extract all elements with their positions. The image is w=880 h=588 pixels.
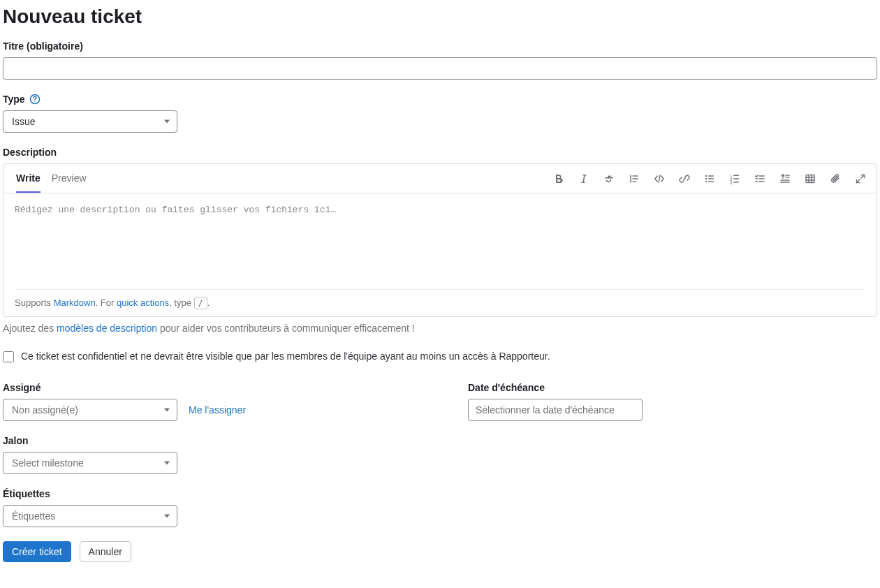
milestone-label: Jalon — [3, 435, 877, 446]
markdown-link[interactable]: Markdown — [54, 297, 96, 308]
quote-icon[interactable] — [624, 168, 645, 189]
title-input[interactable] — [3, 57, 877, 80]
bold-icon[interactable] — [548, 168, 569, 189]
due-date-label: Date d'échéance — [468, 382, 880, 393]
confidential-row: Ce ticket est confidentiel et ne devrait… — [3, 351, 877, 362]
title-group: Titre (obligatoire) — [3, 41, 877, 80]
confidential-checkbox[interactable] — [3, 351, 14, 362]
editor: Write Preview — [3, 163, 877, 317]
due-date-input[interactable] — [468, 399, 643, 421]
submit-button[interactable]: Créer ticket — [3, 541, 71, 562]
labels-select[interactable]: Étiquettes — [3, 505, 177, 527]
italic-icon[interactable] — [573, 168, 594, 189]
link-icon[interactable] — [674, 168, 695, 189]
svg-point-9 — [705, 180, 707, 182]
help-text: Ajoutez des — [3, 323, 57, 334]
svg-rect-29 — [806, 175, 814, 182]
svg-rect-11 — [708, 178, 714, 179]
editor-footer: Supports Markdown. For quick actions, ty… — [15, 289, 865, 316]
strikethrough-icon[interactable] — [599, 168, 619, 189]
editor-toolbar: Write Preview — [3, 164, 877, 193]
collapse-icon[interactable] — [775, 168, 795, 189]
milestone-select[interactable]: Select milestone — [3, 452, 177, 474]
type-label: Type — [3, 94, 25, 105]
description-label: Description — [3, 147, 877, 158]
assignee-select[interactable]: Non assigné(e) — [3, 399, 177, 421]
labels-label: Étiquettes — [3, 488, 877, 499]
svg-point-8 — [705, 177, 707, 179]
title-label: Titre (obligatoire) — [3, 41, 877, 52]
svg-point-1 — [34, 101, 35, 102]
svg-line-6 — [659, 175, 660, 182]
footer-text: . For — [96, 297, 117, 308]
svg-text:3: 3 — [730, 181, 733, 184]
table-icon[interactable] — [800, 168, 821, 189]
footer-text: Supports — [15, 297, 54, 308]
button-row: Créer ticket Annuler — [3, 541, 877, 562]
type-group: Type Issue — [3, 94, 877, 133]
fullscreen-icon[interactable] — [850, 168, 871, 189]
kbd-slash: / — [194, 297, 207, 309]
svg-point-7 — [705, 175, 707, 176]
confidential-label[interactable]: Ce ticket est confidentiel et ne devrait… — [21, 351, 550, 362]
attachment-icon[interactable] — [825, 168, 846, 189]
type-select[interactable]: Issue — [3, 110, 177, 133]
page-title: Nouveau ticket — [3, 6, 877, 28]
svg-rect-10 — [708, 175, 714, 177]
due-date-group: Date d'échéance — [468, 382, 880, 421]
description-group: Description Write Preview — [3, 147, 877, 334]
assignee-label: Assigné — [3, 382, 440, 393]
task-list-icon[interactable] — [749, 168, 770, 189]
labels-group: Étiquettes Étiquettes — [3, 488, 877, 527]
svg-rect-17 — [733, 178, 739, 179]
description-help: Ajoutez des modèles de description pour … — [3, 323, 877, 334]
templates-link[interactable]: modèles de description — [57, 323, 157, 334]
tab-preview[interactable]: Preview — [52, 165, 87, 193]
tab-write[interactable]: Write — [16, 165, 41, 193]
help-text: pour aider vos contributeurs à communiqu… — [157, 323, 415, 334]
svg-rect-16 — [733, 175, 739, 176]
footer-text: , type — [169, 297, 193, 308]
assign-to-me-link[interactable]: Me l'assigner — [189, 404, 246, 416]
svg-rect-12 — [708, 181, 714, 182]
code-icon[interactable] — [649, 168, 670, 189]
svg-rect-18 — [733, 181, 739, 182]
footer-text: . — [207, 297, 210, 308]
help-icon[interactable] — [29, 94, 41, 105]
assignee-group: Assigné Non assigné(e) Me l'assigner — [3, 382, 440, 421]
cancel-button[interactable]: Annuler — [80, 541, 131, 562]
quick-actions-link[interactable]: quick actions — [117, 297, 169, 308]
bullet-list-icon[interactable] — [699, 168, 720, 189]
description-textarea[interactable] — [15, 205, 865, 276]
milestone-group: Jalon Select milestone — [3, 435, 877, 474]
numbered-list-icon[interactable]: 123 — [724, 168, 745, 189]
